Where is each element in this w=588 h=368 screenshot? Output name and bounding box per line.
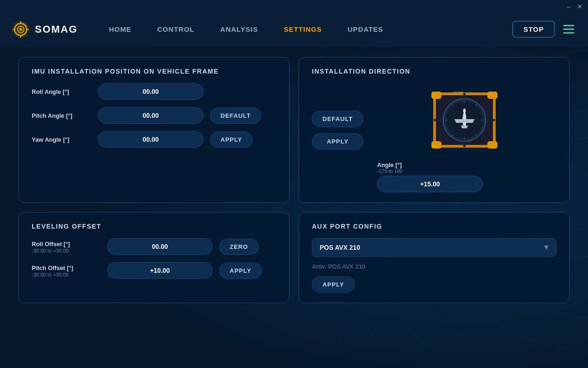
pitch-offset-label: Pitch Offset [°] — [32, 264, 73, 271]
device-image-area: GEN PRO ◀▶ Angle [°] -179 to 180 — [373, 83, 556, 192]
install-dir-card: INSTALLATION DIRECTION DEFAULT APPLY — [299, 57, 570, 203]
roll-offset-input[interactable] — [107, 238, 213, 255]
nav-updates[interactable]: UPDATES — [335, 13, 396, 46]
pitch-default-button[interactable]: DEFAULT — [210, 108, 261, 124]
roll-row: Roll Angle [°] — [32, 83, 276, 100]
roll-label: Roll Angle [°] — [32, 88, 91, 95]
pitch-row: Pitch Angle [°] DEFAULT — [32, 107, 276, 124]
install-apply-button[interactable]: APPLY — [312, 133, 363, 150]
hamburger-line-2 — [563, 29, 574, 30]
header: SOMAG HOME CONTROL ANALYSIS SETTINGS UPD… — [0, 13, 588, 46]
close-button[interactable]: ✕ — [576, 3, 583, 10]
titlebar: – ✕ — [0, 0, 588, 13]
install-default-button[interactable]: DEFAULT — [312, 111, 363, 127]
imu-card-title: IMU INSTALLATION POSITION ON VEHICLE FRA… — [32, 68, 276, 75]
minimize-button[interactable]: – — [565, 3, 572, 10]
svg-rect-22 — [487, 141, 498, 149]
svg-point-12 — [19, 28, 22, 31]
imu-card: IMU INSTALLATION POSITION ON VEHICLE FRA… — [18, 57, 289, 203]
main-nav: HOME CONTROL ANALYSIS SETTINGS UPDATES — [96, 13, 512, 46]
logo-area: SOMAG — [11, 20, 78, 39]
pitch-input[interactable] — [98, 107, 204, 124]
angle-info: Angle [°] -179 to 180 — [373, 161, 556, 192]
install-dir-controls: DEFAULT APPLY — [312, 83, 363, 150]
aux-select[interactable]: POS AVX 210 Option 2 Option 3 — [312, 238, 556, 257]
nav-right: STOP — [512, 21, 577, 38]
yaw-row: Yaw Angle [°] APPLY — [32, 131, 276, 148]
svg-point-25 — [434, 119, 436, 121]
install-dir-title: INSTALLATION DIRECTION — [312, 68, 556, 75]
svg-rect-19 — [431, 92, 441, 99]
svg-text:GEN PRO: GEN PRO — [453, 91, 464, 94]
roll-offset-range: -30.00 to +30.00 — [32, 248, 101, 253]
nav-analysis[interactable]: ANALYSIS — [207, 13, 271, 46]
angle-label: Angle [°] — [377, 161, 556, 168]
svg-point-24 — [463, 144, 466, 147]
main-content: IMU INSTALLATION POSITION ON VEHICLE FRA… — [0, 46, 588, 314]
aux-apply-button[interactable]: APPLY — [312, 276, 355, 293]
leveling-card: LEVELING OFFSET Roll Offset [°] -30.00 t… — [18, 212, 289, 303]
svg-marker-38 — [454, 119, 475, 123]
svg-rect-21 — [431, 141, 441, 149]
hamburger-line-3 — [563, 32, 574, 34]
nav-control[interactable]: CONTROL — [144, 13, 207, 46]
aux-select-wrapper: POS AVX 210 Option 2 Option 3 ▼ — [312, 238, 556, 257]
nav-home[interactable]: HOME — [96, 13, 144, 46]
yaw-input[interactable] — [98, 131, 204, 148]
angle-range: -179 to 180 — [377, 168, 556, 174]
logo-icon — [11, 20, 30, 39]
hamburger-line-1 — [563, 25, 574, 26]
aux-card-title: AUX PORT CONFIG — [312, 223, 556, 230]
hamburger-button[interactable] — [560, 21, 577, 38]
pitch-offset-input[interactable] — [107, 262, 213, 279]
install-angle-input[interactable] — [377, 176, 483, 192]
roll-input[interactable] — [98, 83, 204, 100]
logo-text: SOMAG — [35, 23, 78, 35]
imu-apply-button[interactable]: APPLY — [210, 132, 253, 148]
stop-button[interactable]: STOP — [512, 21, 555, 38]
leveling-apply-button[interactable]: APPLY — [219, 263, 262, 279]
svg-rect-20 — [487, 92, 498, 99]
yaw-label: Yaw Angle [°] — [32, 136, 91, 143]
pitch-offset-range: -30.00 to +30.00 — [32, 272, 101, 277]
svg-text:◀▶: ◀▶ — [469, 91, 473, 94]
svg-point-40 — [463, 109, 466, 113]
install-dir-inner: DEFAULT APPLY — [312, 83, 556, 192]
aux-card: AUX PORT CONFIG POS AVX 210 Option 2 Opt… — [299, 212, 570, 303]
roll-offset-label: Roll Offset [°] — [32, 241, 70, 247]
aux-active-label: Activ: POS AVX 210 — [312, 263, 556, 270]
pitch-label: Pitch Angle [°] — [32, 112, 91, 119]
roll-zero-button[interactable]: ZERO — [219, 239, 259, 255]
pitch-offset-row: Pitch Offset [°] -30.00 to +30.00 APPLY — [32, 262, 276, 279]
leveling-card-title: LEVELING OFFSET — [32, 223, 276, 230]
svg-point-26 — [492, 119, 495, 121]
device-illustration: GEN PRO ◀▶ — [428, 83, 501, 157]
roll-offset-row: Roll Offset [°] -30.00 to +30.00 ZERO — [32, 238, 276, 255]
angle-value-row — [377, 176, 556, 192]
nav-settings[interactable]: SETTINGS — [271, 13, 335, 46]
